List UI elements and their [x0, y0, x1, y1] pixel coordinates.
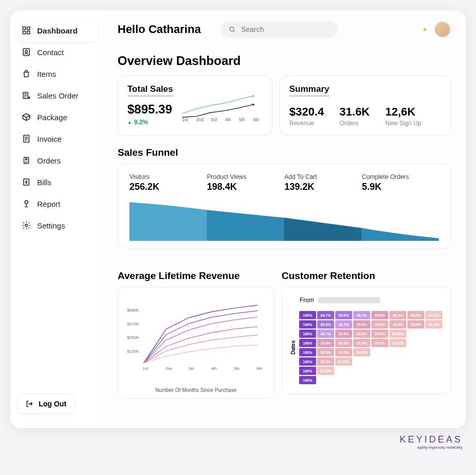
metric-orders: 31.6K Orders	[339, 105, 370, 127]
sidebar: Dashboard Contact Items Sales Order Pack…	[10, 10, 103, 428]
retention-cell: 100%	[299, 339, 316, 347]
list-icon	[22, 91, 31, 100]
svg-text:4th: 4th	[224, 118, 231, 122]
retention-cell: 19.25%	[317, 367, 334, 375]
search-icon	[228, 26, 236, 33]
retention-cell: 28.5%	[335, 339, 352, 347]
orders-icon	[22, 156, 31, 165]
greeting: Hello Catharina	[118, 23, 201, 36]
logout-button[interactable]: Log Out	[18, 394, 74, 414]
svg-text:6th: 6th	[253, 118, 259, 122]
sidebar-item-report[interactable]: Report	[15, 193, 98, 215]
report-icon	[22, 199, 31, 208]
total-sales-value: $895.39	[127, 102, 173, 117]
sidebar-item-items[interactable]: Items	[15, 63, 98, 85]
svg-text:$125K: $125K	[127, 349, 140, 354]
funnel-stage-views: Product Views198.4K	[207, 173, 284, 192]
metric-revenue: $320.4 Revenue	[289, 105, 324, 127]
search-box[interactable]	[221, 21, 338, 38]
retention-y-label: Dates	[290, 340, 296, 354]
retention-cell: 48.7%	[317, 330, 334, 338]
svg-point-5	[25, 50, 28, 53]
sidebar-item-label: Orders	[37, 156, 61, 165]
retention-section: Customer Retention From Dates 100%64.7%5…	[282, 259, 451, 399]
sidebar-item-dashboard[interactable]: Dashboard	[15, 20, 98, 41]
retention-cell: 19.25%	[425, 311, 442, 319]
retention-cell: 28.5%	[389, 320, 406, 329]
retention-cell: 35.6%	[335, 330, 352, 338]
summary-title: Summary	[289, 84, 329, 97]
funnel-stage-cart: Add To Cart139.2K	[285, 173, 362, 192]
svg-text:2nd: 2nd	[166, 366, 172, 371]
retention-row: 100%	[299, 376, 442, 384]
app-shell: Dashboard Contact Items Sales Order Pack…	[10, 10, 466, 428]
retention-cell: 28.5%	[371, 330, 388, 338]
svg-point-12	[25, 201, 28, 204]
sidebar-item-bills[interactable]: Bills	[15, 171, 98, 193]
funnel-title: Sales Funnel	[118, 147, 451, 158]
sidebar-item-contact[interactable]: Contact	[15, 41, 98, 63]
user-icon	[22, 47, 31, 57]
retention-heatmap: 100%64.7%56.8%48.7%35.6%28.5%28.5%19.25%…	[299, 311, 442, 384]
retention-cell: 28.5%	[407, 320, 424, 329]
svg-text:3rd: 3rd	[188, 366, 194, 371]
sidebar-item-sales-order[interactable]: Sales Order	[15, 85, 98, 106]
alr-x-axis-title: Number Of Months Since Purchase	[125, 387, 267, 393]
retention-from: From	[300, 297, 442, 304]
sidebar-item-label: Items	[37, 70, 56, 78]
retention-cell: 100%	[299, 320, 316, 329]
total-sales-delta: 9.2%	[127, 119, 173, 126]
svg-text:4th: 4th	[211, 366, 217, 371]
retention-cell: 19.25%	[389, 330, 406, 338]
alr-card: $500K $375K $250K $125K 1st	[118, 287, 274, 399]
retention-cell: 28.5%	[317, 357, 334, 366]
retention-cell: 35.6%	[317, 339, 334, 347]
svg-point-15	[252, 95, 254, 97]
avatar[interactable]	[434, 21, 451, 38]
sidebar-item-settings[interactable]: Settings	[15, 215, 98, 236]
alr-chart: $500K $375K $250K $125K 1st	[125, 297, 267, 384]
sidebar-item-label: Settings	[37, 221, 65, 230]
retention-cell: 100%	[299, 357, 316, 366]
retention-from-bar[interactable]	[318, 297, 380, 303]
retention-row: 100%19.25%	[299, 367, 442, 375]
search-input[interactable]	[241, 25, 331, 34]
retention-row: 100%48.7%35.6%28.5%28.5%19.25%	[299, 330, 442, 338]
main-content: Hello Catharina Overview Dashboard Total…	[103, 10, 466, 428]
funnel-stage-visitors: Visitors256.2K	[129, 173, 207, 192]
sidebar-item-orders[interactable]: Orders	[15, 150, 98, 171]
sidebar-item-invoice[interactable]: Invoice	[15, 128, 98, 150]
svg-rect-2	[23, 31, 25, 34]
total-sales-sparkline: 1st 2nd 3rd 4th 5th 6th	[177, 84, 263, 127]
grid-icon	[22, 26, 31, 35]
logout-icon	[25, 400, 34, 408]
retention-cell: 35.6%	[371, 311, 388, 319]
svg-point-10	[26, 158, 27, 160]
svg-rect-0	[23, 27, 25, 29]
svg-text:3rd: 3rd	[210, 118, 217, 122]
sidebar-item-package[interactable]: Package	[15, 106, 98, 128]
retention-cell: 100%	[299, 330, 316, 338]
retention-cell: 19.25%	[389, 339, 406, 347]
retention-row: 100%35.6%28.5%28.5%28.5%19.25%	[299, 339, 442, 347]
total-sales-card: Total Sales $895.39 9.2% 1st 2nd 3rd 4th…	[118, 75, 272, 136]
retention-cell: 100%	[299, 367, 316, 375]
retention-cell: 100%	[299, 376, 316, 384]
alr-section: Average Lifetime Revenue $500K $375K $25…	[118, 259, 274, 399]
retention-cell: 35.6%	[353, 320, 370, 329]
retention-cell: 19.25%	[353, 348, 370, 356]
sidebar-item-label: Package	[37, 113, 67, 122]
svg-point-14	[230, 27, 234, 31]
svg-rect-1	[27, 27, 30, 29]
retention-cell: 19.25%	[425, 320, 442, 329]
retention-cell: 28.5%	[335, 348, 352, 356]
sidebar-item-label: Report	[37, 200, 60, 208]
svg-rect-3	[27, 31, 30, 34]
retention-row: 100%28.5%28.5%19.25%	[299, 348, 442, 356]
svg-text:1st: 1st	[143, 366, 149, 371]
svg-text:5th: 5th	[239, 118, 245, 122]
sidebar-item-label: Contact	[37, 48, 64, 57]
retention-card: From Dates 100%64.7%56.8%48.7%35.6%28.5%…	[282, 287, 451, 394]
retention-cell: 56.8%	[317, 320, 334, 329]
retention-title: Customer Retention	[282, 270, 451, 282]
